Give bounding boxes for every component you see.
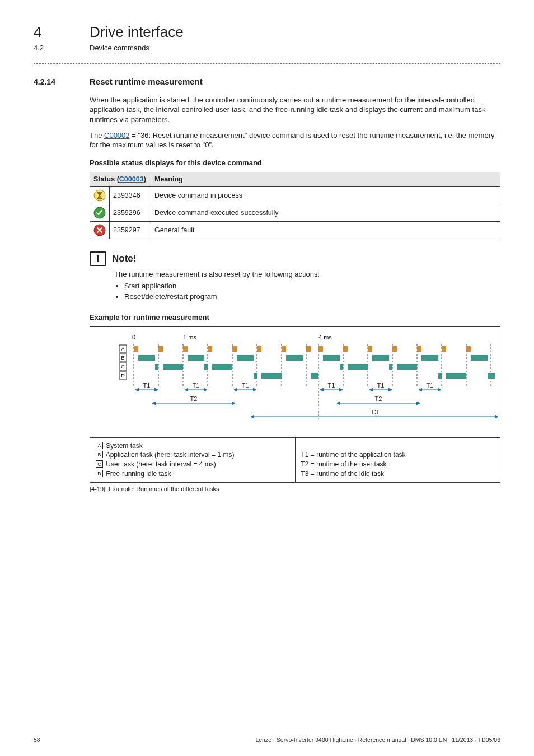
svg-rect-41 — [286, 355, 303, 361]
check-circle-icon — [93, 207, 106, 219]
svg-rect-36 — [442, 346, 446, 352]
svg-rect-42 — [323, 355, 340, 361]
legend-left: A System task B Application task (here: … — [90, 438, 296, 482]
timing-svg: 0 1 ms 4 ms A B C D — [95, 332, 498, 432]
section-title: Reset runtime measurement — [90, 76, 203, 87]
legend-right: T1 = runtime of the application task T2 … — [296, 438, 500, 482]
divider — [34, 63, 500, 64]
paragraph-2: The C00002 = "36: Reset runtime measurem… — [90, 130, 500, 150]
page-subheader: 4.2 Device commands — [34, 43, 500, 53]
status-value: 2359296 — [110, 204, 151, 222]
example-heading: Example for runtime measurement — [90, 312, 500, 323]
axis-4ms: 4 ms — [318, 334, 332, 340]
note-block: 1 Note! The runtime measurement is also … — [90, 251, 500, 302]
page-header: 4 Drive interface — [34, 22, 500, 42]
diagram-legend: A System task B Application task (here: … — [90, 437, 500, 482]
table-row: 2393346 Device command in process — [90, 187, 500, 204]
label-t3: T3 — [371, 409, 378, 416]
status-value: 2359297 — [110, 222, 151, 239]
label-t1: T1 — [328, 382, 335, 389]
svg-rect-39 — [188, 355, 204, 361]
info-icon: 1 — [90, 251, 106, 266]
col-status: Status (C00003) — [90, 172, 151, 187]
chapter-number: 4 — [34, 22, 67, 42]
status-meaning: Device command in process — [151, 187, 500, 204]
row-label-D: D — [121, 373, 125, 379]
svg-rect-45 — [471, 355, 488, 361]
svg-rect-23 — [134, 346, 138, 352]
svg-rect-27 — [232, 346, 237, 352]
svg-rect-37 — [466, 346, 471, 352]
bullet-item: Start application — [124, 281, 500, 292]
svg-rect-51 — [348, 364, 368, 370]
note-lead: The runtime measurement is also reset by… — [114, 269, 500, 279]
legend-text: User task (here: task interval = 4 ms) — [104, 460, 216, 468]
bullet-item: Reset/delete/restart program — [124, 291, 500, 302]
label-t1: T1 — [427, 382, 434, 389]
label-t2: T2 — [190, 395, 198, 402]
svg-rect-52 — [389, 364, 392, 370]
table-row: 2359296 Device command executed successf… — [90, 204, 500, 222]
p2-suffix: = "36: Reset runtime measurement" device… — [90, 131, 495, 150]
svg-rect-38 — [138, 355, 155, 361]
status-value: 2393346 — [110, 187, 151, 204]
axis-1ms: 1 ms — [183, 334, 196, 340]
svg-rect-53 — [397, 364, 417, 370]
status-icon-cell — [90, 204, 110, 222]
row-label-B: B — [121, 355, 124, 361]
svg-rect-48 — [204, 364, 208, 370]
timing-diagram: 0 1 ms 4 ms A B C D — [90, 326, 500, 483]
figure-caption: [4-19] Example: Runtimes of the differen… — [90, 485, 500, 493]
status-heading: Possible status displays for this device… — [90, 158, 500, 168]
svg-rect-24 — [158, 346, 163, 352]
label-t1: T1 — [143, 382, 151, 389]
status-table: Status (C00003) Meaning 2393346 Device c… — [90, 172, 500, 239]
svg-rect-57 — [438, 373, 442, 379]
section-heading: 4.2.14 Reset runtime measurement — [34, 76, 500, 87]
link-c00003[interactable]: C00003 — [119, 175, 144, 183]
status-icon-cell — [90, 222, 110, 239]
legend-text: Free-running idle task — [104, 470, 171, 478]
error-circle-icon — [93, 224, 106, 236]
svg-rect-49 — [212, 364, 232, 370]
legend-right-line: T1 = runtime of the application task — [301, 450, 495, 460]
subsection-title: Device commands — [90, 43, 149, 53]
svg-rect-55 — [261, 373, 282, 379]
svg-rect-44 — [421, 355, 438, 361]
svg-rect-47 — [163, 364, 183, 370]
section-number: 4.2.14 — [34, 77, 71, 87]
table-row: 2359297 General fault — [90, 222, 500, 239]
svg-rect-46 — [155, 364, 158, 370]
svg-rect-54 — [254, 373, 257, 379]
legend-text: System task — [104, 442, 143, 450]
link-c00002[interactable]: C00002 — [104, 131, 130, 139]
note-title: Note! — [112, 253, 136, 265]
svg-rect-30 — [306, 346, 311, 352]
svg-rect-28 — [257, 346, 261, 352]
svg-rect-43 — [372, 355, 389, 361]
row-label-A: A — [121, 346, 124, 352]
svg-rect-59 — [488, 373, 495, 379]
svg-rect-31 — [318, 346, 323, 352]
legend-right-line: T2 = runtime of the user task — [301, 460, 495, 469]
body-content: When the application is started, the con… — [90, 95, 500, 493]
svg-rect-34 — [392, 346, 397, 352]
svg-rect-35 — [417, 346, 421, 352]
status-meaning: Device command executed successfully — [151, 204, 500, 222]
svg-rect-33 — [368, 346, 372, 352]
svg-rect-25 — [183, 346, 188, 352]
status-label: Status ( — [93, 175, 119, 183]
svg-rect-50 — [340, 364, 343, 370]
label-t2: T2 — [375, 395, 382, 402]
row-label-C: C — [121, 364, 125, 370]
status-icon-cell — [90, 187, 110, 204]
svg-rect-40 — [237, 355, 254, 361]
col-meaning: Meaning — [151, 172, 500, 187]
legend-box: B — [96, 451, 103, 458]
diagram-chart: 0 1 ms 4 ms A B C D — [90, 327, 500, 437]
legend-box: C — [96, 460, 103, 468]
label-t1: T1 — [377, 382, 385, 389]
p2-prefix: The — [90, 131, 104, 139]
note-bullets: Start application Reset/delete/restart p… — [122, 281, 500, 302]
label-t1: T1 — [193, 382, 200, 389]
